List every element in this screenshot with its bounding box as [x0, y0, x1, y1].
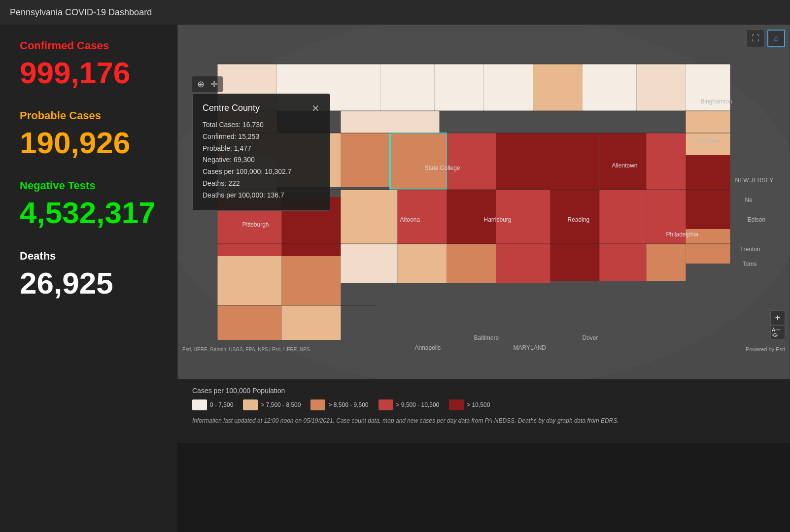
tooltip-close-button[interactable]: ✕ — [311, 103, 320, 113]
deaths-label: Deaths — [20, 250, 158, 263]
legend-title: Cases per 100,000 Population — [192, 387, 775, 395]
tooltip-header: Centre County ✕ — [203, 103, 320, 113]
svg-text:Ne: Ne — [745, 197, 753, 203]
svg-text:Scranton: Scranton — [696, 137, 720, 144]
svg-text:Harrisburg: Harrisburg — [484, 216, 512, 223]
legend-label: > 9,500 - 10,500 — [396, 401, 440, 408]
svg-text:NEW JERSEY: NEW JERSEY — [735, 177, 774, 184]
tooltip-field: Cases per 100,000: 10,302.7 — [203, 166, 320, 178]
page-title: Pennsylvania COVID-19 Dashboard — [10, 7, 152, 18]
svg-text:Edison: Edison — [748, 216, 766, 223]
title-bar: Pennsylvania COVID-19 Dashboard — [0, 0, 790, 25]
probable-label: Probable Cases — [20, 109, 158, 122]
svg-rect-28 — [550, 133, 600, 190]
legend-label: > 8,500 - 9,500 — [328, 401, 368, 408]
tooltip-body: Total Cases: 16,730Confirmed: 15,253Prob… — [203, 119, 320, 201]
legend-label: > 7,500 - 8,500 — [261, 401, 301, 408]
right-panel: Pittsburgh Altoona State College Harrisb… — [177, 25, 790, 532]
svg-text:Trenton: Trenton — [740, 246, 760, 253]
map-toolbar: ⊕ ✛ — [192, 76, 223, 92]
svg-rect-11 — [533, 64, 583, 111]
svg-rect-23 — [341, 111, 440, 133]
probable-cases-block: Probable Cases 190,926 — [20, 109, 158, 160]
pan-icon[interactable]: ✛ — [210, 79, 218, 90]
svg-rect-13 — [637, 64, 686, 111]
svg-rect-21 — [496, 133, 550, 190]
svg-rect-38 — [341, 244, 398, 283]
svg-text:Reading: Reading — [568, 216, 590, 223]
confirmed-cases-block: Confirmed Cases 999,176 — [20, 39, 158, 90]
negative-value: 4,532,317 — [20, 196, 158, 230]
tooltip-field: Deaths: 222 — [203, 178, 320, 190]
svg-text:Pittsburgh: Pittsburgh — [242, 221, 269, 228]
legend-item: > 9,500 - 10,500 — [378, 399, 440, 410]
main-layout: Confirmed Cases 999,176 Probable Cases 1… — [0, 25, 790, 532]
zoom-controls: + A—·G· — [770, 310, 785, 340]
svg-rect-36 — [218, 256, 282, 305]
svg-rect-31 — [686, 155, 730, 190]
map-container[interactable]: Pittsburgh Altoona State College Harrisb… — [177, 25, 790, 379]
svg-rect-41 — [496, 244, 550, 283]
svg-rect-44 — [647, 244, 686, 281]
svg-text:MARYLAND: MARYLAND — [514, 344, 547, 351]
svg-text:Baltimore: Baltimore — [474, 334, 499, 341]
legend-item: > 7,500 - 8,500 — [243, 399, 301, 410]
legend-item: > 10,500 — [449, 399, 490, 410]
legend-item: > 8,500 - 9,500 — [310, 399, 368, 410]
svg-rect-37 — [282, 256, 341, 305]
tooltip-popup: Centre County ✕ Total Cases: 16,730Confi… — [192, 94, 330, 211]
legend-label: > 10,500 — [467, 401, 490, 408]
probable-value: 190,926 — [20, 126, 158, 160]
expand-map-button[interactable]: ⛶ — [747, 30, 764, 47]
legend-swatch — [449, 399, 464, 410]
deaths-value: 26,925 — [20, 266, 158, 300]
tooltip-field: Total Cases: 16,730 — [203, 119, 320, 131]
legend-items: 0 - 7,500> 7,500 - 8,500> 8,500 - 9,500>… — [192, 399, 775, 410]
svg-rect-39 — [398, 244, 447, 283]
legend-label: 0 - 7,500 — [210, 401, 233, 408]
svg-rect-30 — [647, 133, 686, 190]
svg-rect-29 — [600, 133, 647, 190]
confirmed-value: 999,176 — [20, 56, 158, 90]
svg-rect-9 — [435, 64, 484, 111]
svg-rect-40 — [447, 244, 496, 283]
tooltip-field: Confirmed: 15,253 — [203, 131, 320, 143]
svg-rect-20 — [447, 133, 496, 190]
confirmed-label: Confirmed Cases — [20, 39, 158, 52]
svg-text:Binghamton: Binghamton — [701, 98, 732, 105]
zoom-in-button[interactable]: + — [770, 310, 785, 325]
svg-rect-18 — [341, 133, 390, 187]
legend-swatch — [192, 399, 207, 410]
svg-rect-19 — [390, 133, 447, 190]
svg-rect-10 — [484, 64, 533, 111]
legend-area: Cases per 100,000 Population 0 - 7,500> … — [177, 379, 790, 443]
svg-rect-43 — [600, 244, 647, 281]
svg-rect-8 — [380, 64, 435, 111]
svg-rect-42 — [550, 244, 600, 281]
legend-item: 0 - 7,500 — [192, 399, 233, 410]
zoom-in-icon[interactable]: ⊕ — [197, 79, 205, 90]
svg-rect-47 — [282, 305, 341, 340]
svg-rect-35 — [686, 190, 730, 229]
svg-text:Toms: Toms — [743, 261, 757, 267]
svg-text:State College: State College — [425, 165, 460, 171]
negative-label: Negative Tests — [20, 179, 158, 192]
tooltip-field: Deaths per 100,000: 136.7 — [203, 190, 320, 201]
map-controls: ⛶ ⌂ — [747, 30, 785, 47]
tooltip-county-title: Centre County — [203, 103, 260, 113]
svg-rect-24 — [341, 190, 398, 244]
esri-attribution: Powered by Esri — [746, 346, 785, 352]
legend-swatch — [243, 399, 258, 410]
svg-rect-12 — [583, 64, 637, 111]
tooltip-field: Probable: 1,477 — [203, 143, 320, 155]
tooltip-field: Negative: 69,300 — [203, 154, 320, 166]
home-button[interactable]: ⌂ — [767, 30, 785, 47]
map-attribution: Esri, HERE, Garmin, USGS, EPA, NPS | Esr… — [182, 347, 310, 352]
svg-rect-33 — [600, 190, 647, 244]
legend-swatch — [378, 399, 393, 410]
negative-tests-block: Negative Tests 4,532,317 — [20, 179, 158, 230]
deaths-block: Deaths 26,925 — [20, 250, 158, 300]
svg-text:Altoona: Altoona — [400, 216, 420, 223]
footer-text: Information last updated at 12:00 noon o… — [192, 416, 775, 425]
svg-rect-7 — [326, 64, 380, 111]
